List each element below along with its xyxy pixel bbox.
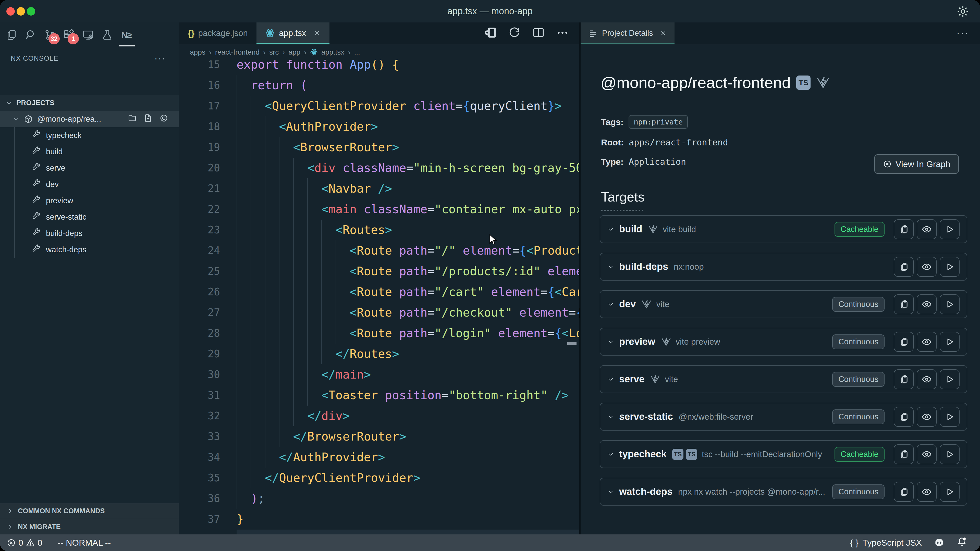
code-line-22[interactable]: 22<main className="container mx-auto px-…: [179, 199, 579, 220]
code-line-16[interactable]: 16return (: [179, 75, 579, 96]
open-file-icon[interactable]: [143, 114, 153, 125]
vim-mode-indicator[interactable]: -- NORMAL --: [58, 538, 111, 548]
project-details-icon[interactable]: [484, 26, 497, 40]
code-line-26[interactable]: 26<Route path="/cart" element={<Cart />}…: [179, 282, 579, 302]
target-icon[interactable]: [159, 114, 169, 125]
activity-item-nx-console[interactable]: N≥: [121, 29, 132, 41]
play-button[interactable]: [940, 369, 959, 389]
more-icon[interactable]: [556, 26, 569, 40]
refresh-icon[interactable]: [508, 26, 521, 40]
search-icon[interactable]: [25, 29, 37, 41]
sidebar-section-common-nx-commands[interactable]: COMMON NX COMMANDS: [0, 503, 179, 519]
close-icon[interactable]: [313, 29, 321, 37]
breadcrumb-item[interactable]: app.tsx: [321, 48, 344, 56]
code-line-28[interactable]: 28<Route path="/login" element={<Login /…: [179, 323, 579, 344]
code-line-18[interactable]: 18<AuthProvider>: [179, 116, 579, 137]
language-mode[interactable]: { } TypeScript JSX: [850, 538, 922, 548]
files-icon[interactable]: [6, 29, 18, 41]
extensions-icon[interactable]: 1: [63, 29, 75, 41]
tree-item-target-serve[interactable]: serve: [0, 160, 179, 176]
gear-icon[interactable]: [956, 5, 969, 18]
target-card-build[interactable]: buildvite buildCacheable: [600, 215, 967, 243]
copilot-icon[interactable]: [934, 537, 945, 548]
target-card-preview[interactable]: previewvite previewContinuous: [600, 328, 967, 356]
breadcrumb-item[interactable]: src: [269, 48, 279, 56]
test-beaker-icon[interactable]: [101, 29, 113, 41]
eye-button[interactable]: [917, 294, 937, 314]
target-card-serve[interactable]: serveviteContinuous: [600, 365, 967, 393]
target-card-dev[interactable]: devviteContinuous: [600, 290, 967, 318]
breadcrumb[interactable]: apps›react-frontend›src›app›app.tsx›...: [179, 45, 579, 60]
tree-item-target-preview[interactable]: preview: [0, 192, 179, 209]
source-control-icon[interactable]: 32: [44, 29, 56, 41]
target-card-typecheck[interactable]: typecheckTSTStsc --build --emitDeclarati…: [600, 440, 967, 468]
eye-button[interactable]: [917, 407, 937, 427]
tab-package-json[interactable]: {}package.json: [179, 22, 256, 44]
breadcrumb-item[interactable]: apps: [190, 48, 205, 56]
tree-item-target-build-deps[interactable]: build-deps: [0, 225, 179, 241]
code-line-15[interactable]: 15export function App() {: [179, 60, 579, 75]
breadcrumb-item[interactable]: ...: [354, 48, 360, 56]
eye-button[interactable]: [917, 445, 937, 464]
tree-item-target-dev[interactable]: dev: [0, 176, 179, 192]
breadcrumb-item[interactable]: react-frontend: [215, 48, 259, 56]
remote-explorer-icon[interactable]: [82, 29, 94, 41]
target-card-serve-static[interactable]: serve-static@nx/web:file-serverContinuou…: [600, 403, 967, 430]
sidebar-section-projects[interactable]: PROJECTS: [0, 95, 179, 111]
code-line-34[interactable]: 34</AuthProvider>: [179, 447, 579, 468]
play-button[interactable]: [940, 219, 959, 239]
copy-button[interactable]: [894, 369, 914, 389]
code-line-27[interactable]: 27<Route path="/checkout" element={<Chec…: [179, 302, 579, 323]
code-line-35[interactable]: 35</QueryClientProvider>: [179, 468, 579, 488]
tree-item-target-serve-static[interactable]: serve-static: [0, 209, 179, 225]
tree-item-target-typecheck[interactable]: typecheck: [0, 127, 179, 144]
close-icon[interactable]: [660, 30, 667, 37]
code-line-30[interactable]: 30</main>: [179, 364, 579, 385]
eye-button[interactable]: [917, 369, 937, 389]
tree-item-project[interactable]: @mono-app/rea...: [0, 111, 179, 127]
tree-item-target-watch-deps[interactable]: watch-deps: [0, 241, 179, 258]
eye-button[interactable]: [917, 257, 937, 277]
copy-button[interactable]: [894, 219, 914, 239]
play-button[interactable]: [940, 482, 959, 502]
code-line-31[interactable]: 31<Toaster position="bottom-right" />: [179, 385, 579, 406]
problems-indicator[interactable]: 0 0: [6, 538, 42, 548]
code-line-24[interactable]: 24<Route path="/" element={<ProductList …: [179, 240, 579, 261]
split-editor-icon[interactable]: [532, 26, 545, 40]
code-line-36[interactable]: 36);: [179, 488, 579, 509]
play-button[interactable]: [940, 257, 959, 277]
eye-button[interactable]: [917, 332, 937, 352]
code-line-33[interactable]: 33</BrowserRouter>: [179, 426, 579, 447]
folder-icon[interactable]: [127, 114, 137, 125]
breadcrumb-item[interactable]: app: [288, 48, 301, 56]
sidebar-section-nx-migrate[interactable]: NX MIGRATE: [0, 519, 179, 534]
code-line-37[interactable]: 37}: [179, 509, 579, 530]
code-line-23[interactable]: 23<Routes>: [179, 220, 579, 240]
play-button[interactable]: [940, 332, 959, 352]
copy-button[interactable]: [894, 482, 914, 502]
tab-project-details[interactable]: Project Details: [581, 22, 675, 44]
target-card-watch-deps[interactable]: watch-depsnpx nx watch --projects @mono-…: [600, 478, 967, 506]
code-line-32[interactable]: 32</div>: [179, 406, 579, 426]
scrollbar-dash[interactable]: [567, 342, 576, 345]
copy-button[interactable]: [894, 445, 914, 464]
copy-button[interactable]: [894, 294, 914, 314]
sidebar-more-icon[interactable]: ···: [154, 53, 179, 64]
view-in-graph-button[interactable]: View In Graph: [874, 154, 959, 174]
copy-button[interactable]: [894, 257, 914, 277]
notifications-bell[interactable]: [956, 537, 967, 549]
code-line-17[interactable]: 17<QueryClientProvider client={queryClie…: [179, 96, 579, 116]
eye-button[interactable]: [917, 219, 937, 239]
code-line-29[interactable]: 29</Routes>: [179, 344, 579, 364]
eye-button[interactable]: [917, 482, 937, 502]
play-button[interactable]: [940, 294, 959, 314]
tree-item-target-build[interactable]: build: [0, 144, 179, 160]
code-line-19[interactable]: 19<BrowserRouter>: [179, 137, 579, 158]
code-viewport[interactable]: 15export function App() {16return (17<Qu…: [179, 60, 579, 534]
code-line-20[interactable]: 20<div className="min-h-screen bg-gray-5…: [179, 158, 579, 178]
panel-more-icon[interactable]: ···: [956, 22, 980, 44]
play-button[interactable]: [940, 445, 959, 464]
tab-app-tsx[interactable]: app.tsx: [256, 22, 329, 44]
play-button[interactable]: [940, 407, 959, 427]
copy-button[interactable]: [894, 407, 914, 427]
